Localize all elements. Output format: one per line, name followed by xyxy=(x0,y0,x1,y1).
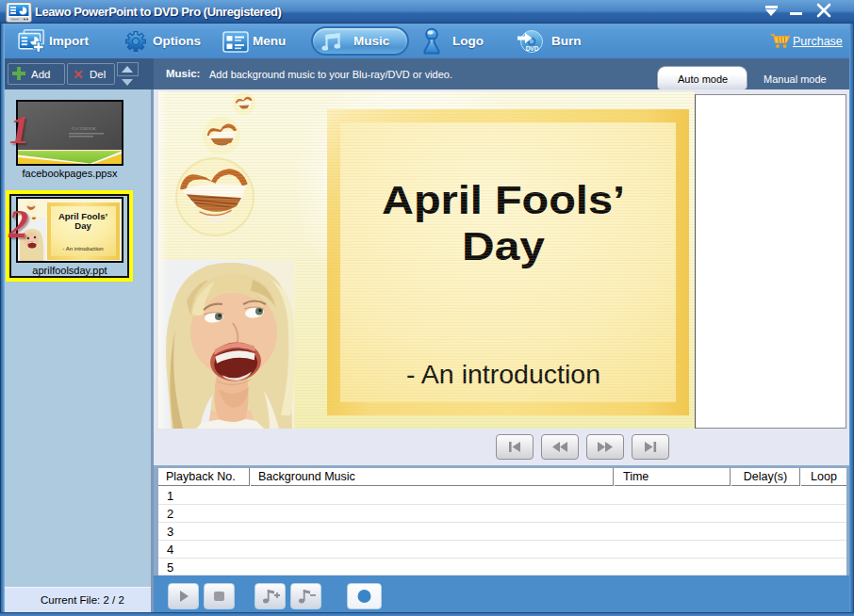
svg-text:- An introduction: - An introduction xyxy=(62,246,103,251)
svg-text:FACEBOOK: FACEBOOK xyxy=(72,126,96,131)
svg-text:DVD: DVD xyxy=(526,45,539,52)
svg-text:Day: Day xyxy=(74,220,91,231)
